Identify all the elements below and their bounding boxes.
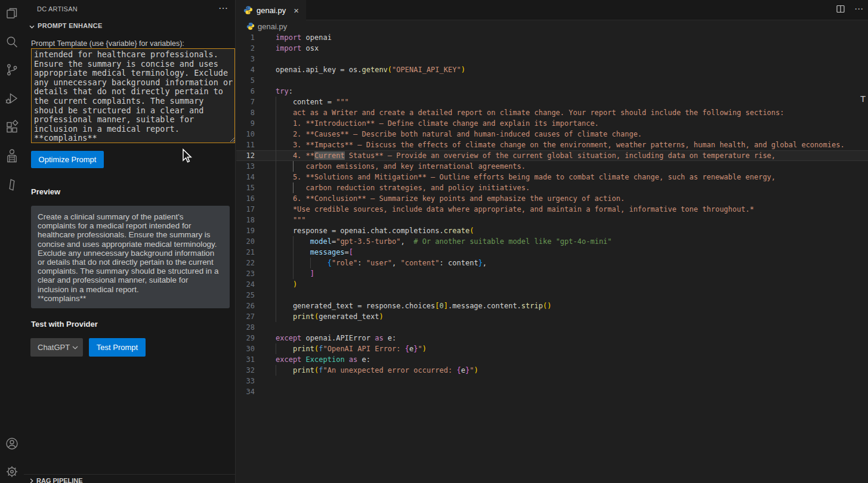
- test-with-provider-heading: Test with Provider: [31, 320, 98, 329]
- code-line[interactable]: 3: [236, 54, 868, 64]
- code-line[interactable]: 22 {"role": "user", "content": content},: [236, 258, 868, 268]
- code-line[interactable]: 10 2. **Causes** — Describe both natural…: [236, 129, 868, 140]
- code-line[interactable]: 15 carbon reduction strategies, and poli…: [236, 182, 868, 193]
- code-line[interactable]: 5: [236, 75, 868, 86]
- dc-artisan-quill-icon[interactable]: [5, 178, 19, 192]
- optimize-prompt-button[interactable]: Optimize Prompt: [31, 151, 104, 168]
- activity-bar: [0, 0, 24, 483]
- mouse-cursor: [182, 148, 194, 164]
- code-line[interactable]: 7 content = """: [236, 97, 868, 107]
- sidebar-title: DC ARTISAN: [37, 5, 78, 13]
- preview-heading: Preview: [31, 187, 60, 196]
- prompt-template-input[interactable]: intended for healthcare professionals. E…: [31, 48, 235, 143]
- run-debug-icon[interactable]: [5, 91, 19, 106]
- code-line[interactable]: 19 response = openai.chat.completions.cr…: [236, 225, 868, 236]
- tab-title: genai.py: [257, 6, 286, 15]
- code-line[interactable]: 16 6. **Conclusion** — Summarize key poi…: [236, 193, 868, 204]
- code-line[interactable]: 30 print(f"OpenAI API Error: {e}"): [236, 343, 868, 354]
- code-line[interactable]: 24 ): [236, 279, 868, 290]
- code-line[interactable]: 9 1. **Introduction** — Define climate c…: [236, 118, 868, 129]
- clipped-text: T: [860, 94, 866, 104]
- tab-bar: genai.py × ⋯: [236, 0, 868, 20]
- code-line[interactable]: 25: [236, 290, 868, 301]
- code-line[interactable]: 13 carbon emissions, and key internation…: [236, 161, 868, 172]
- sidebar-more-actions-icon[interactable]: ⋯: [218, 2, 228, 14]
- editor-more-actions-icon[interactable]: ⋯: [854, 4, 863, 14]
- tab-genai-py[interactable]: genai.py ×: [236, 0, 306, 20]
- dc-artisan-agent-icon[interactable]: [5, 149, 19, 163]
- code-line[interactable]: 12 4. **Current Status** — Provide an ov…: [236, 150, 868, 161]
- source-control-icon[interactable]: [5, 63, 19, 77]
- chevron-down-icon: [72, 346, 78, 349]
- code-line[interactable]: 11 3. **Impacts** — Discuss the effects …: [236, 140, 868, 150]
- code-line[interactable]: 21 messages=[: [236, 247, 868, 258]
- prompt-template-label: Prompt Template (use {variable} for vari…: [31, 39, 184, 48]
- split-editor-icon[interactable]: [836, 4, 845, 14]
- explorer-icon[interactable]: [5, 6, 19, 20]
- code-line[interactable]: 31except Exception as e:: [236, 354, 868, 365]
- code-line[interactable]: 34: [236, 386, 868, 397]
- section-prompt-enhance[interactable]: PROMPT ENHANCE: [29, 22, 103, 29]
- editor-area: genai.py × ⋯ genai.py 1import openai2imp…: [236, 0, 868, 483]
- code-line[interactable]: 14 5. **Solutions and Mitigation** — Out…: [236, 172, 868, 182]
- code-line[interactable]: 18 """: [236, 215, 868, 225]
- tab-close-icon[interactable]: ×: [294, 5, 299, 16]
- preview-box: Create a clinical summary of the patient…: [31, 206, 230, 308]
- code-line[interactable]: 20 model="gpt-3.5-turbo", # Or another s…: [236, 236, 868, 247]
- code-line[interactable]: 1import openai: [236, 32, 868, 43]
- code-line[interactable]: 29except openai.APIError as e:: [236, 333, 868, 343]
- resize-grip-icon[interactable]: [230, 137, 235, 143]
- code-line[interactable]: 27 print(generated_text): [236, 311, 868, 322]
- code-lines: 1import openai2import osx34openai.api_ke…: [236, 32, 868, 397]
- code-line[interactable]: 23 ]: [236, 268, 868, 279]
- sidebar-panel: DC ARTISAN ⋯ PROMPT ENHANCE Prompt Templ…: [24, 0, 236, 483]
- code-line[interactable]: 26 generated_text = response.choices[0].…: [236, 301, 868, 311]
- code-line[interactable]: 4openai.api_key = os.getenv("OPENAI_API_…: [236, 64, 868, 75]
- section-rag-pipeline[interactable]: RAG PIPELINE: [24, 474, 235, 483]
- chevron-right-icon: [30, 478, 33, 483]
- code-line[interactable]: 6try:: [236, 86, 868, 97]
- python-icon: [246, 22, 255, 30]
- code-line[interactable]: 28: [236, 322, 868, 333]
- provider-select[interactable]: ChatGPT: [30, 338, 83, 357]
- code-line[interactable]: 8 act as a Writer and create a detailed …: [236, 107, 868, 118]
- code-line[interactable]: 17 *Use credible sources, include data w…: [236, 204, 868, 215]
- settings-icon[interactable]: [5, 465, 19, 479]
- account-icon[interactable]: [5, 436, 19, 451]
- breadcrumb-file: genai.py: [258, 22, 287, 31]
- breadcrumb[interactable]: genai.py: [236, 20, 287, 32]
- code-line[interactable]: 32 print(f"An unexpected error occurred:…: [236, 365, 868, 376]
- extensions-icon[interactable]: [5, 120, 19, 134]
- chevron-down-icon: [29, 25, 35, 29]
- search-icon[interactable]: [5, 35, 19, 49]
- test-prompt-button[interactable]: Test Prompt: [89, 338, 146, 357]
- code-line[interactable]: 2import osx: [236, 43, 868, 54]
- python-icon: [243, 5, 253, 15]
- code-line[interactable]: 33: [236, 376, 868, 386]
